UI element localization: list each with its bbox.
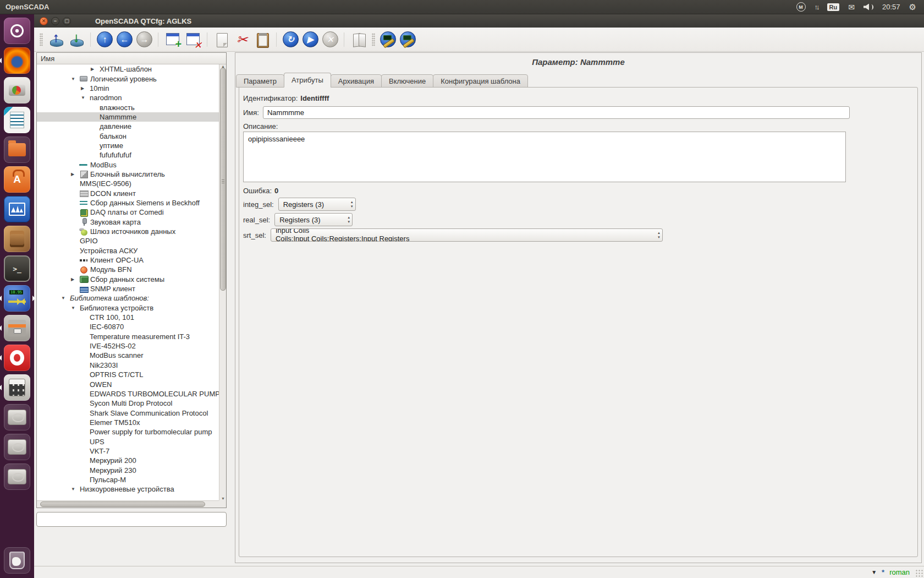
ubuntu-software-button[interactable]: A — [4, 166, 30, 193]
up-button[interactable]: ↑ — [97, 31, 113, 47]
tree-item[interactable]: Shark Slave Communication Protocol — [37, 408, 219, 417]
spinner-arrows-icon[interactable]: ▲▼ — [347, 215, 350, 224]
tree-item[interactable]: MMS(IEC-9506) — [37, 179, 219, 188]
save-to-db-button[interactable]: ↓ — [68, 31, 85, 48]
tree-item[interactable]: ▶ Блочный вычислитель — [37, 170, 219, 179]
tree-item[interactable]: GPIO — [37, 236, 219, 246]
tree-item[interactable]: OWEN — [37, 379, 219, 389]
user-dropdown-arrow-icon[interactable]: ▼ — [871, 569, 877, 575]
expander-arrow-icon[interactable]: ▶ — [80, 86, 89, 91]
tree-item[interactable]: DCON клиент — [37, 188, 219, 198]
tree-item[interactable]: влажность — [37, 102, 219, 112]
tree-vscroll-thumb[interactable] — [220, 68, 226, 291]
firefox-button[interactable] — [4, 47, 30, 74]
archive-cabinet-button[interactable] — [4, 315, 30, 341]
tree-hscroll-thumb[interactable] — [40, 501, 205, 507]
tree-item[interactable]: Power supply for turbomolecular pump — [37, 427, 219, 437]
real-sel-combobox[interactable]: Registers (3) ▲▼ — [274, 213, 353, 226]
delete-item-button[interactable]: ✕ — [185, 31, 201, 48]
calculator-button[interactable] — [4, 374, 30, 401]
tree-item[interactable]: ▶ 10min — [37, 84, 219, 93]
tree-vertical-scrollbar[interactable]: ▲ ▼ — [219, 64, 226, 500]
tree-item[interactable]: давление — [37, 122, 219, 131]
libreoffice-writer-button[interactable] — [4, 107, 30, 133]
tree-item[interactable]: Клиент OPC-UA — [37, 255, 219, 265]
disk-usage-analyzer-button[interactable] — [4, 77, 30, 103]
tree-item[interactable]: Elemer TM510x — [37, 418, 219, 427]
spinner-arrows-icon[interactable]: ▲▼ — [350, 200, 354, 209]
load-from-db-button[interactable]: ↑ — [48, 31, 64, 48]
volume-icon[interactable] — [864, 3, 873, 11]
back-button[interactable]: ← — [117, 31, 133, 47]
clock[interactable]: 20:57 — [882, 3, 900, 11]
tree-item[interactable]: Сбор данных Siemens и Beckhoff — [37, 198, 219, 208]
files-button[interactable] — [4, 137, 30, 163]
tree-item[interactable]: VKT-7 — [37, 446, 219, 456]
expander-arrow-icon[interactable]: ▼ — [60, 296, 69, 301]
qtstarter-config-button[interactable] — [380, 31, 396, 47]
tree-item[interactable]: Устройства АСКУ — [37, 246, 219, 255]
tree-item[interactable]: ▼ Библиотека шаблонов: — [37, 293, 219, 303]
tree-item[interactable]: Модуль BFN — [37, 265, 219, 274]
dash-home-button[interactable] — [4, 18, 30, 44]
tree-item[interactable]: Nammmme — [37, 112, 219, 122]
tree-item[interactable]: ▶ Сбор данных системы — [37, 275, 219, 284]
tree-item[interactable]: Nik2303I — [37, 361, 219, 370]
tree-horizontal-scrollbar[interactable] — [37, 500, 219, 508]
expander-arrow-icon[interactable]: ▼ — [70, 487, 79, 492]
expander-arrow-icon[interactable]: ▼ — [70, 306, 79, 310]
tree-item[interactable]: UPS — [37, 437, 219, 446]
tree-item[interactable]: CTR 100, 101 — [37, 313, 219, 322]
tree-item[interactable]: ModBus scanner — [37, 351, 219, 360]
tab-attributes[interactable]: Атрибуты — [284, 73, 331, 88]
tree-item[interactable]: ModBus — [37, 160, 219, 169]
hard-disk-3-button[interactable] — [4, 464, 30, 490]
integ-sel-combobox[interactable]: Registers (3) ▲▼ — [278, 198, 356, 211]
tree-item[interactable]: Temperature measurement IT-3 — [37, 332, 219, 341]
spinner-arrows-icon[interactable]: ▲▼ — [657, 231, 661, 239]
tree-item[interactable]: Меркурий 200 — [37, 456, 219, 465]
tree-item[interactable]: ▼ Библиотека устройств — [37, 303, 219, 313]
tree-item[interactable]: IEC-60870 — [37, 322, 219, 331]
trash-button[interactable] — [4, 547, 30, 574]
tree-item[interactable]: Шлюз источников данных — [37, 227, 219, 236]
tree-item[interactable]: ▼ narodmon — [37, 93, 219, 102]
tree-item[interactable]: Sycon Multi Drop Protocol — [37, 399, 219, 408]
wooden-app-button[interactable] — [4, 226, 30, 252]
tree-item[interactable]: SNMP клиент — [37, 284, 219, 293]
tab-archiving[interactable]: Архивация — [331, 74, 382, 88]
tree-item[interactable]: fufufufufuf — [37, 150, 219, 160]
refresh-button[interactable]: ↻ — [283, 31, 299, 47]
tree-item[interactable]: DAQ платы от Comedi — [37, 208, 219, 217]
openscada-button[interactable]: 10.95 — [4, 285, 30, 312]
expander-arrow-icon[interactable]: ▶ — [70, 172, 79, 177]
name-input[interactable] — [263, 106, 850, 119]
current-user[interactable]: roman — [889, 568, 910, 576]
tree-item[interactable]: OPTRIS CT/CTL — [37, 370, 219, 379]
forward-button[interactable]: → — [136, 31, 152, 47]
terminal-button[interactable]: >_ — [4, 255, 30, 282]
mail-icon[interactable]: ✉ — [848, 3, 855, 12]
expander-arrow-icon[interactable]: ▶ — [70, 277, 79, 282]
copy-item-button[interactable] — [213, 31, 230, 48]
tab-template-config[interactable]: Конфигурация шаблона — [433, 74, 528, 88]
scroll-down-arrow[interactable]: ▼ — [221, 497, 225, 500]
hard-disk-2-button[interactable] — [4, 434, 30, 460]
system-monitor-button[interactable] — [4, 196, 30, 222]
stop-button[interactable]: ✕ — [322, 31, 338, 47]
expander-arrow-icon[interactable]: ▶ — [90, 67, 99, 72]
manual-button[interactable] — [350, 31, 367, 48]
window-titlebar[interactable]: ✕ − ▢ OpenSCADA QTCfg: AGLKS — [34, 14, 924, 28]
window-close-button[interactable]: ✕ — [40, 17, 48, 25]
tree-item[interactable]: Пульсар-М — [37, 475, 219, 484]
tree-header[interactable]: Имя — [37, 53, 226, 64]
tab-parameter[interactable]: Параметр — [236, 74, 284, 88]
expander-arrow-icon[interactable]: ▼ — [80, 95, 89, 100]
expander-arrow-icon[interactable]: ▼ — [70, 77, 79, 81]
resize-grip[interactable] — [915, 569, 923, 577]
messaging-menu-icon[interactable]: M — [796, 2, 806, 12]
tree-item[interactable]: балькон — [37, 131, 219, 140]
start-button[interactable]: ▶ — [302, 31, 318, 47]
vision-config-button[interactable] — [400, 31, 416, 47]
paste-item-button[interactable] — [254, 31, 271, 48]
